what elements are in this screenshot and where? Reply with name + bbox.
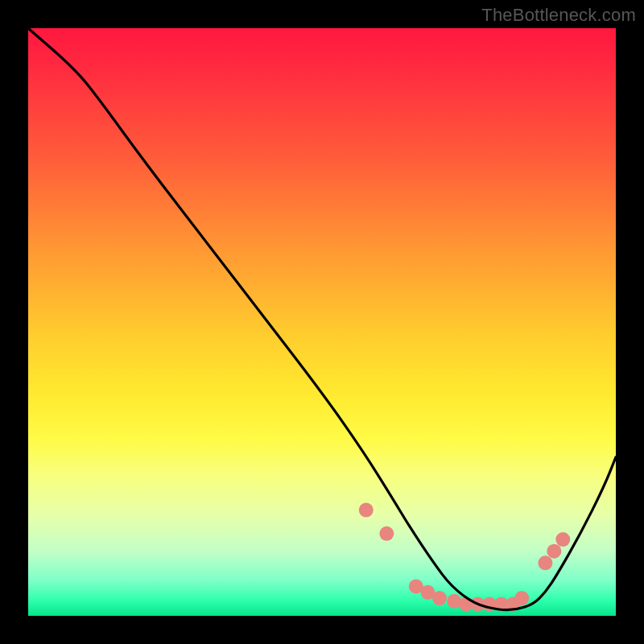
data-point: [506, 597, 520, 611]
data-point: [538, 555, 552, 570]
data-point: [359, 503, 374, 518]
data-point: [420, 585, 435, 600]
marker-layer: [359, 503, 571, 612]
chart-frame: TheBottleneck.com: [0, 0, 644, 644]
data-point: [494, 597, 509, 611]
data-point: [432, 591, 447, 605]
data-point: [547, 544, 561, 559]
watermark-text: TheBottleneck.com: [481, 5, 636, 26]
data-point: [409, 580, 423, 594]
curve-line: [28, 28, 616, 610]
data-point: [514, 591, 529, 605]
data-point: [459, 597, 473, 611]
data-point: [555, 532, 570, 547]
data-point: [482, 597, 497, 611]
data-point: [447, 594, 461, 609]
data-point: [470, 597, 485, 611]
data-point: [379, 526, 394, 541]
chart-svg: [28, 28, 616, 616]
chart-plot-area: [28, 28, 616, 616]
